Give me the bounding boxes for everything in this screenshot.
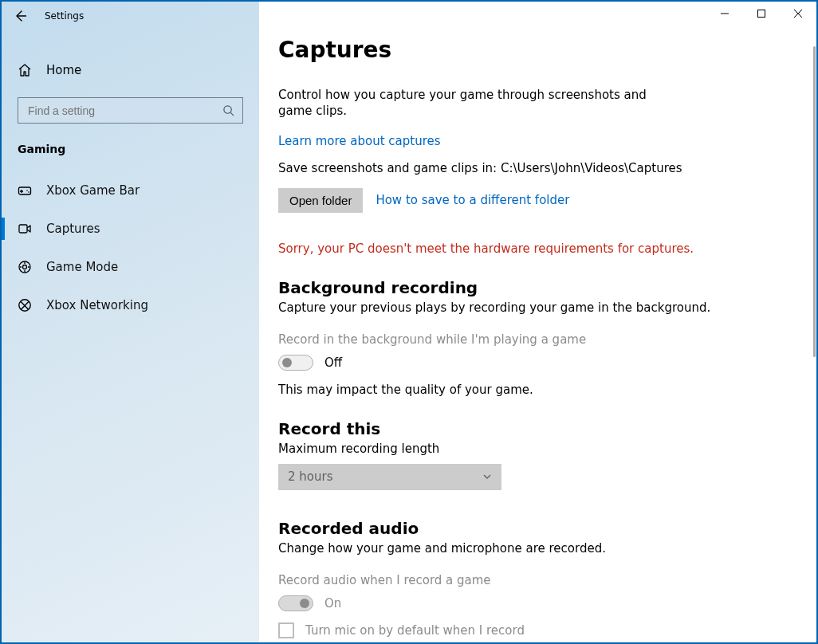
sidebar-item-label: Xbox Networking [46, 298, 148, 312]
mic-checkbox-label: Turn mic on by default when I record [305, 623, 525, 638]
captures-icon [18, 222, 32, 236]
sidebar-item-label: Game Mode [46, 260, 118, 274]
sidebar-category: Gaming [18, 143, 243, 155]
learn-more-link[interactable]: Learn more about captures [278, 134, 441, 148]
svg-point-4 [28, 191, 29, 193]
minimize-button[interactable] [706, 2, 743, 26]
sidebar-item-captures[interactable]: Captures [2, 211, 259, 246]
sidebar-item-xbox-game-bar[interactable]: Xbox Game Bar [2, 173, 259, 208]
bg-note: This may impact the quality of your game… [278, 383, 785, 397]
max-length-select[interactable]: 2 hours [278, 464, 501, 490]
chevron-down-icon [482, 472, 492, 481]
page-description: Control how you capture your game throug… [278, 87, 653, 120]
search-field[interactable] [26, 104, 214, 118]
search-icon [222, 104, 234, 116]
sidebar-nav: Xbox Game Bar Captures Game Mode [2, 173, 259, 326]
settings-window: Settings Home Gami [0, 0, 818, 644]
sidebar-item-xbox-networking[interactable]: Xbox Networking [2, 288, 259, 323]
recorded-audio-sub: Change how your game and microphone are … [278, 541, 785, 556]
window-controls [706, 2, 816, 26]
audio-toggle-state: On [324, 596, 341, 611]
search-input[interactable] [18, 97, 243, 124]
recorded-audio-heading: Recorded audio [278, 519, 785, 538]
home-icon [18, 63, 32, 77]
maximize-button[interactable] [743, 2, 780, 26]
page-title: Captures [278, 37, 785, 63]
how-to-save-link[interactable]: How to save to a different folder [376, 193, 569, 207]
sidebar-item-label: Captures [46, 222, 100, 236]
record-this-heading: Record this [278, 419, 785, 438]
xbox-icon [18, 298, 32, 312]
record-this-sub: Maximum recording length [278, 442, 785, 456]
svg-rect-0 [758, 10, 765, 18]
content-pane[interactable]: Captures Control how you capture your ga… [259, 2, 816, 642]
hardware-error: Sorry, your PC doesn't meet the hardware… [278, 242, 785, 256]
bg-toggle-label: Record in the background while I'm playi… [278, 332, 785, 347]
bg-recording-sub: Capture your previous plays by recording… [278, 300, 785, 315]
close-button[interactable] [780, 2, 816, 26]
audio-toggle-label: Record audio when I record a game [278, 573, 785, 587]
game-mode-icon [18, 260, 32, 274]
mic-default-checkbox[interactable] [278, 622, 294, 638]
sidebar-item-home[interactable]: Home [18, 53, 243, 88]
titlebar: Settings [2, 2, 259, 30]
save-location: Save screenshots and game clips in: C:\U… [278, 161, 785, 175]
bg-recording-toggle[interactable] [278, 355, 313, 371]
window-title: Settings [45, 10, 84, 22]
home-label: Home [46, 63, 81, 77]
open-folder-button[interactable]: Open folder [278, 188, 363, 213]
svg-point-1 [224, 106, 231, 113]
bg-recording-heading: Background recording [278, 278, 785, 297]
svg-point-3 [26, 190, 28, 191]
sidebar-item-game-mode[interactable]: Game Mode [2, 249, 259, 285]
bg-toggle-state: Off [324, 355, 342, 370]
scrollbar[interactable] [813, 46, 816, 357]
sidebar: Settings Home Gami [2, 2, 259, 642]
max-length-value: 2 hours [288, 469, 332, 484]
svg-rect-5 [19, 225, 27, 233]
sidebar-item-label: Xbox Game Bar [46, 183, 140, 198]
audio-toggle[interactable] [278, 595, 313, 611]
back-button[interactable] [8, 4, 32, 28]
svg-point-7 [23, 265, 27, 269]
game-bar-icon [18, 183, 32, 198]
